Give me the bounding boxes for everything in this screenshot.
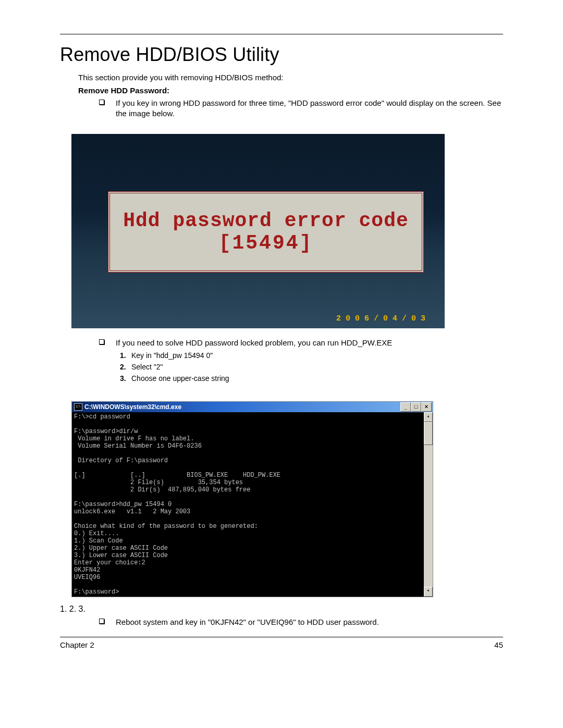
error-code: [15494] xyxy=(219,232,313,254)
minimize-button[interactable]: _ xyxy=(400,402,411,412)
error-dialog: Hdd password error code [15494] xyxy=(108,191,424,273)
annotation-2: 2. xyxy=(69,604,76,613)
intro-text: This section provide you with removing H… xyxy=(78,73,503,82)
scrollbar[interactable]: ▴ ▾ xyxy=(424,412,433,597)
cmd-titlebar: c:\ C:\WINDOWS\system32\cmd.exe _ □ × xyxy=(72,402,433,412)
footer-page-number: 45 xyxy=(494,640,503,649)
page-title: Remove HDD/BIOS Utility xyxy=(60,44,503,66)
sub-heading: Remove HDD Password: xyxy=(78,86,503,95)
screenshot-hdd-error: Hdd password error code [15494] 2006/04/… xyxy=(71,134,445,328)
step-1: Key in "hdd_pw 15494 0" xyxy=(120,351,503,360)
annotation-1: 1. xyxy=(60,604,67,613)
maximize-button[interactable]: □ xyxy=(411,402,421,412)
close-button[interactable]: × xyxy=(421,402,432,412)
footer-chapter: Chapter 2 xyxy=(60,640,94,649)
photo-datestamp: 2006/04/03 xyxy=(336,314,430,323)
annotation-3: 3. xyxy=(79,604,85,613)
step-3: Choose one upper-case string xyxy=(120,374,503,382)
scroll-down-button[interactable]: ▾ xyxy=(424,587,433,597)
bullet-wrong-password: If you key in wrong HDD password for thr… xyxy=(99,98,503,119)
scroll-up-button[interactable]: ▴ xyxy=(424,412,433,422)
scroll-track[interactable] xyxy=(424,422,433,587)
error-title: Hdd password error code xyxy=(123,209,409,232)
bullet-run-exe: If you need to solve HDD password locked… xyxy=(99,338,503,348)
cmd-title: C:\WINDOWS\system32\cmd.exe xyxy=(84,403,400,411)
scroll-thumb[interactable] xyxy=(424,422,433,445)
screenshot-cmd: c:\ C:\WINDOWS\system32\cmd.exe _ □ × F:… xyxy=(71,401,433,597)
top-rule xyxy=(60,34,503,34)
cmd-icon: c:\ xyxy=(74,403,82,411)
bottom-rule xyxy=(60,637,503,637)
step-2: Select "2" xyxy=(120,363,503,371)
cmd-output: F:\>cd password F:\password>dir/w Volume… xyxy=(72,412,424,597)
bullet-reboot: Reboot system and key in "0KJFN42" or "U… xyxy=(99,617,503,627)
